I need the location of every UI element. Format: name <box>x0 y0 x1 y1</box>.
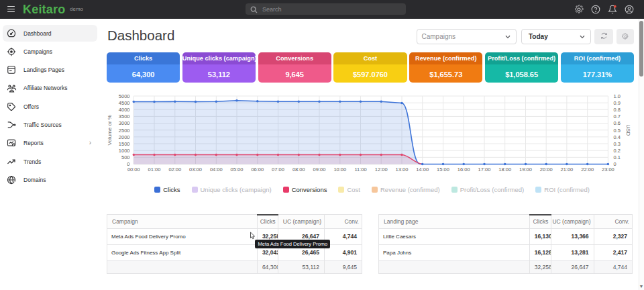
svg-text:20:00: 20:00 <box>540 166 553 173</box>
svg-text:0.2: 0.2 <box>614 148 621 154</box>
svg-text:05:00: 05:00 <box>231 166 244 173</box>
svg-text:18:00: 18:00 <box>498 166 511 173</box>
svg-text:11:00: 11:00 <box>354 166 366 173</box>
svg-text:1500: 1500 <box>119 141 130 147</box>
svg-text:10:00: 10:00 <box>333 166 346 173</box>
svg-text:01:00: 01:00 <box>148 166 161 173</box>
svg-text:4000: 4000 <box>119 107 130 113</box>
svg-text:4500: 4500 <box>119 100 130 106</box>
svg-text:USD: USD <box>625 124 631 136</box>
svg-text:08:00: 08:00 <box>292 166 305 173</box>
svg-text:0.3: 0.3 <box>614 141 621 147</box>
svg-text:3000: 3000 <box>119 120 130 126</box>
svg-text:2500: 2500 <box>119 128 130 134</box>
svg-text:12:00: 12:00 <box>375 166 388 173</box>
svg-text:03:00: 03:00 <box>189 166 202 173</box>
svg-text:07:00: 07:00 <box>272 166 284 173</box>
svg-text:0.4: 0.4 <box>614 134 621 140</box>
svg-text:2000: 2000 <box>119 134 130 140</box>
svg-text:0.6: 0.6 <box>614 120 621 126</box>
svg-text:09:00: 09:00 <box>313 166 326 173</box>
svg-text:1.0: 1.0 <box>614 93 621 99</box>
svg-text:5000: 5000 <box>119 93 130 99</box>
svg-text:23:00: 23:00 <box>602 166 614 173</box>
svg-text:0.5: 0.5 <box>614 128 621 134</box>
svg-text:500: 500 <box>121 154 130 160</box>
svg-text:21:00: 21:00 <box>561 166 574 173</box>
svg-text:04:00: 04:00 <box>210 166 223 173</box>
svg-text:02:00: 02:00 <box>168 166 181 173</box>
svg-text:0.8: 0.8 <box>614 107 621 113</box>
svg-text:00:00: 00:00 <box>127 166 140 173</box>
svg-text:06:00: 06:00 <box>251 166 264 173</box>
svg-text:0.9: 0.9 <box>614 100 621 106</box>
svg-text:0.1: 0.1 <box>614 154 621 160</box>
svg-text:19:00: 19:00 <box>519 166 532 173</box>
svg-text:3500: 3500 <box>119 113 130 119</box>
svg-text:22:00: 22:00 <box>581 166 594 173</box>
svg-text:17:00: 17:00 <box>478 166 491 173</box>
svg-text:0.7: 0.7 <box>614 113 621 119</box>
svg-text:1000: 1000 <box>119 148 130 154</box>
svg-text:Volume or %: Volume or % <box>107 115 113 145</box>
svg-text:14:00: 14:00 <box>416 166 429 173</box>
svg-text:16:00: 16:00 <box>458 166 470 173</box>
svg-text:13:00: 13:00 <box>396 166 409 173</box>
svg-text:15:00: 15:00 <box>437 166 449 173</box>
